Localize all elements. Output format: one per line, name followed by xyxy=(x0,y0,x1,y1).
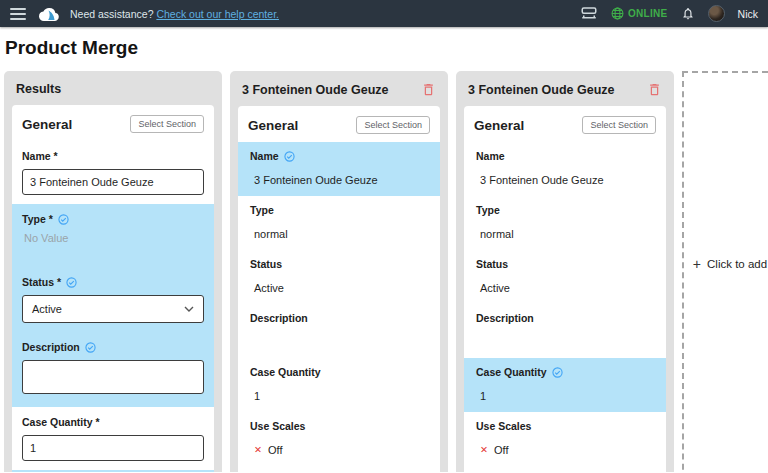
help-center-link[interactable]: Check out our help center. xyxy=(156,8,279,20)
row-type[interactable]: Type normal xyxy=(464,196,666,250)
section-title: General xyxy=(22,117,72,132)
off-x-icon: ✕ xyxy=(480,444,488,455)
match-check-icon xyxy=(552,367,563,378)
field-case-quantity: Case Quantity * xyxy=(12,407,214,470)
select-section-button[interactable]: Select Section xyxy=(130,115,204,133)
status-select[interactable]: Active xyxy=(22,295,204,323)
row-use-barcode-templates[interactable]: Use Barcode Templates ✕ Off xyxy=(464,466,666,472)
delete-trash-icon[interactable] xyxy=(421,82,436,97)
results-column: Results General Select Section Name * Ty… xyxy=(4,71,222,472)
row-status[interactable]: Status Active xyxy=(464,250,666,304)
type-value: normal xyxy=(254,227,428,240)
match-check-icon xyxy=(284,151,295,162)
status-value: Active xyxy=(32,303,62,315)
row-case-quantity[interactable]: Case Quantity 1 xyxy=(464,358,666,412)
status-label: Status xyxy=(250,258,428,270)
field-name: Name * xyxy=(12,141,214,204)
row-description[interactable]: Description xyxy=(464,304,666,358)
case-quantity-value: 1 xyxy=(254,389,428,402)
assist-text: Need assistance? Check out our help cent… xyxy=(70,8,279,20)
need-assistance-text: Need assistance? xyxy=(70,8,153,20)
status-label: Status * xyxy=(22,276,61,288)
cloud-logo-icon xyxy=(36,5,60,23)
globe-icon xyxy=(611,7,624,20)
row-type[interactable]: Type normal xyxy=(238,196,440,250)
off-x-icon: ✕ xyxy=(254,444,262,455)
description-value xyxy=(254,335,428,348)
page-title: Product Merge xyxy=(0,27,768,71)
name-input[interactable] xyxy=(22,169,204,195)
use-scales-value: Off xyxy=(268,444,282,456)
cash-drawer-icon[interactable] xyxy=(580,6,598,22)
name-value: 3 Fonteinen Oude Geuze xyxy=(480,173,654,186)
type-label: Type xyxy=(476,204,654,216)
name-label: Name * xyxy=(22,150,204,162)
user-name: Nick xyxy=(738,8,758,20)
match-check-icon xyxy=(58,214,69,225)
online-indicator[interactable]: ONLINE xyxy=(611,7,668,20)
results-title: Results xyxy=(16,82,61,96)
chevron-down-icon xyxy=(184,306,194,312)
row-description[interactable]: Description xyxy=(238,304,440,358)
row-use-barcode-templates[interactable]: Use Barcode Templates ✕ Off xyxy=(238,466,440,472)
field-type: Type * No Value xyxy=(12,204,214,267)
plus-icon: + xyxy=(693,256,701,272)
row-case-quantity[interactable]: Case Quantity 1 xyxy=(238,358,440,412)
delete-trash-icon[interactable] xyxy=(647,82,662,97)
description-value xyxy=(480,335,654,348)
case-quantity-input[interactable] xyxy=(22,435,204,461)
field-status: Status * Active xyxy=(12,267,214,332)
select-section-button[interactable]: Select Section xyxy=(356,116,430,134)
row-use-scales[interactable]: Use Scales ✕ Off xyxy=(464,412,666,466)
description-textarea[interactable] xyxy=(22,360,204,394)
results-card: General Select Section Name * Type * No … xyxy=(12,105,214,472)
source-column-2: 3 Fonteinen Oude Geuze General Select Se… xyxy=(456,71,674,472)
name-label: Name xyxy=(250,150,279,162)
match-check-icon xyxy=(85,342,96,353)
status-value: Active xyxy=(254,281,428,294)
use-scales-label: Use Scales xyxy=(476,420,654,432)
description-label: Description xyxy=(22,341,80,353)
case-quantity-label: Case Quantity xyxy=(476,366,547,378)
type-label: Type xyxy=(250,204,428,216)
use-scales-value: Off xyxy=(494,444,508,456)
match-check-icon xyxy=(66,277,77,288)
status-label: Status xyxy=(476,258,654,270)
type-label: Type * xyxy=(22,213,53,225)
click-to-add-panel[interactable]: + Click to add xyxy=(682,71,768,472)
name-value: 3 Fonteinen Oude Geuze xyxy=(254,173,428,186)
type-no-value: No Value xyxy=(24,232,202,244)
field-description: Description xyxy=(12,332,214,407)
online-label: ONLINE xyxy=(628,8,668,19)
click-to-add-label: Click to add xyxy=(707,258,767,270)
source-column-1: 3 Fonteinen Oude Geuze General Select Se… xyxy=(230,71,448,472)
select-section-button[interactable]: Select Section xyxy=(582,116,656,134)
description-label: Description xyxy=(476,312,654,324)
name-label: Name xyxy=(476,150,654,162)
case-quantity-label: Case Quantity * xyxy=(22,416,204,428)
top-bar: Need assistance? Check out our help cent… xyxy=(0,0,768,27)
notifications-bell-icon[interactable] xyxy=(681,6,695,21)
use-scales-label: Use Scales xyxy=(250,420,428,432)
menu-icon[interactable] xyxy=(10,8,26,20)
status-value: Active xyxy=(480,281,654,294)
section-title: General xyxy=(474,118,524,133)
source-title: 3 Fonteinen Oude Geuze xyxy=(242,83,389,97)
section-title: General xyxy=(248,118,298,133)
row-use-scales[interactable]: Use Scales ✕ Off xyxy=(238,412,440,466)
row-name[interactable]: Name 3 Fonteinen Oude Geuze xyxy=(238,142,440,196)
source-card: General Select Section Name 3 Fonteinen … xyxy=(464,106,666,472)
source-card: General Select Section Name 3 Fonteinen … xyxy=(238,106,440,472)
merge-columns: Results General Select Section Name * Ty… xyxy=(0,71,768,472)
case-quantity-label: Case Quantity xyxy=(250,366,428,378)
case-quantity-value: 1 xyxy=(480,389,654,402)
field-use-scales: Use Scales ✕ xyxy=(12,470,214,472)
source-title: 3 Fonteinen Oude Geuze xyxy=(468,83,615,97)
row-status[interactable]: Status Active xyxy=(238,250,440,304)
description-label: Description xyxy=(250,312,428,324)
type-value: normal xyxy=(480,227,654,240)
user-avatar[interactable] xyxy=(708,5,725,22)
row-name[interactable]: Name 3 Fonteinen Oude Geuze xyxy=(464,142,666,196)
